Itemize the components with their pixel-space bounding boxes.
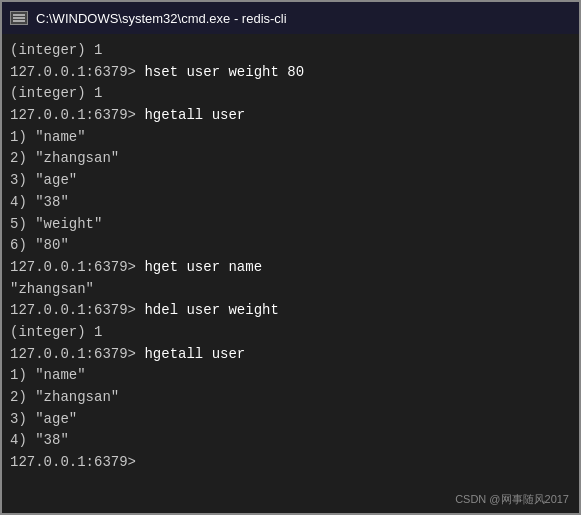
watermark: CSDN @网事随风2017: [455, 492, 569, 507]
terminal-output: (integer) 1127.0.0.1:6379> hset user wei…: [10, 40, 571, 474]
title-bar: C:\WINDOWS\system32\cmd.exe - redis-cli: [2, 2, 579, 34]
window-title: C:\WINDOWS\system32\cmd.exe - redis-cli: [36, 11, 571, 26]
cmd-window: C:\WINDOWS\system32\cmd.exe - redis-cli …: [0, 0, 581, 515]
terminal-area[interactable]: (integer) 1127.0.0.1:6379> hset user wei…: [2, 34, 579, 513]
window-icon: [10, 11, 28, 25]
